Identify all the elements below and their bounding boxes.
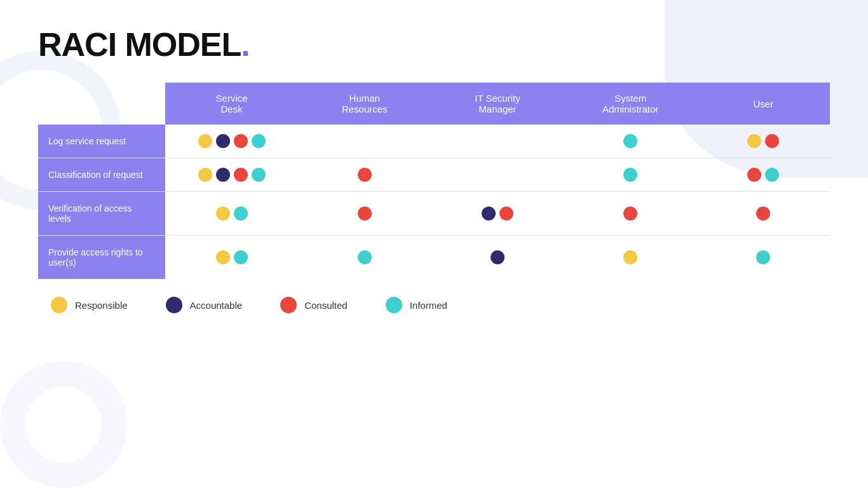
data-cell [431, 158, 564, 192]
data-cell [697, 236, 830, 280]
row-label: Log service request [38, 125, 165, 158]
header-system-administrator: SystemAdministrator [564, 83, 697, 125]
header-user: User [697, 83, 830, 125]
data-cell [564, 158, 697, 192]
bg-shape-bottom-left [0, 361, 127, 488]
accountable-dot [491, 250, 505, 264]
responsible-legend-label: Responsible [75, 300, 128, 311]
consulted-dot [756, 207, 770, 220]
consulted-dot [234, 168, 248, 182]
responsible-dot [623, 250, 637, 264]
dots-container [705, 134, 822, 148]
informed-dot [358, 250, 372, 264]
informed-dot [234, 207, 248, 220]
data-cell [298, 236, 431, 280]
responsible-dot [198, 134, 212, 148]
dots-container [705, 207, 822, 220]
legend: ResponsibleAccountableConsultedInformed [38, 297, 830, 313]
data-cell [298, 192, 431, 236]
informed-legend-dot [386, 297, 402, 313]
dots-container [572, 134, 689, 148]
consulted-dot [358, 168, 372, 182]
dots-container [306, 207, 423, 220]
dots-container [306, 250, 423, 264]
row-label: Classification of request [38, 158, 165, 192]
dots-container [705, 168, 822, 182]
informed-dot [252, 168, 266, 182]
header-it-security-manager: IT SecurityManager [431, 83, 564, 125]
data-cell [431, 192, 564, 236]
legend-item-accountable: Accountable [166, 297, 243, 313]
table-row: Log service request [38, 125, 830, 158]
legend-item-responsible: Responsible [51, 297, 128, 313]
data-cell [697, 158, 830, 192]
dots-container [173, 250, 290, 264]
header-empty [38, 83, 165, 125]
accountable-legend-label: Accountable [190, 300, 243, 311]
responsible-dot [216, 207, 230, 220]
informed-dot [765, 168, 779, 182]
consulted-legend-label: Consulted [304, 300, 348, 311]
header-human-resources: HumanResources [298, 83, 431, 125]
header-row: ServiceDesk HumanResources IT SecurityMa… [38, 83, 830, 125]
table-body: Log service requestClassification of req… [38, 125, 830, 279]
responsible-dot [198, 168, 212, 182]
table-row: Provide access rights to user(s) [38, 236, 830, 280]
dots-container [572, 207, 689, 220]
accountable-dot [216, 134, 230, 148]
row-label: Verification of access levels [38, 192, 165, 236]
data-cell [165, 125, 298, 158]
data-cell [431, 236, 564, 280]
legend-item-consulted: Consulted [280, 297, 348, 313]
dots-container [173, 168, 290, 182]
responsible-dot [747, 134, 761, 148]
data-cell [697, 192, 830, 236]
page-title: RACI MODEL. [38, 25, 830, 64]
dots-container [572, 250, 689, 264]
dots-container [173, 207, 290, 220]
data-cell [431, 125, 564, 158]
consulted-dot [765, 134, 779, 148]
consulted-dot [234, 134, 248, 148]
informed-dot [623, 168, 637, 182]
table-row: Verification of access levels [38, 192, 830, 236]
dots-container [173, 134, 290, 148]
data-cell [165, 236, 298, 280]
informed-dot [234, 250, 248, 264]
dots-container [705, 250, 822, 264]
title-dot: . [241, 26, 249, 63]
page-content: RACI MODEL. ServiceDesk HumanResources I… [0, 0, 868, 332]
table-header: ServiceDesk HumanResources IT SecurityMa… [38, 83, 830, 125]
header-service-desk: ServiceDesk [165, 83, 298, 125]
dots-container [572, 168, 689, 182]
informed-legend-label: Informed [410, 300, 447, 311]
consulted-dot [747, 168, 761, 182]
data-cell [564, 125, 697, 158]
data-cell [165, 158, 298, 192]
accountable-dot [216, 168, 230, 182]
accountable-legend-dot [166, 297, 182, 313]
data-cell [697, 125, 830, 158]
table-row: Classification of request [38, 158, 830, 192]
responsible-legend-dot [51, 297, 67, 313]
accountable-dot [482, 207, 496, 220]
dots-container [438, 250, 556, 264]
row-label: Provide access rights to user(s) [38, 236, 165, 280]
data-cell [564, 192, 697, 236]
data-cell [298, 158, 431, 192]
informed-dot [623, 134, 637, 148]
raci-table-wrapper: ServiceDesk HumanResources IT SecurityMa… [38, 83, 830, 279]
data-cell [298, 125, 431, 158]
data-cell [564, 236, 697, 280]
title-text: RACI MODEL [38, 26, 241, 63]
consulted-legend-dot [280, 297, 297, 313]
dots-container [306, 168, 423, 182]
consulted-dot [499, 207, 513, 220]
dots-container [438, 207, 556, 220]
informed-dot [756, 250, 770, 264]
data-cell [165, 192, 298, 236]
responsible-dot [216, 250, 230, 264]
legend-item-informed: Informed [386, 297, 447, 313]
consulted-dot [623, 207, 637, 220]
informed-dot [252, 134, 266, 148]
